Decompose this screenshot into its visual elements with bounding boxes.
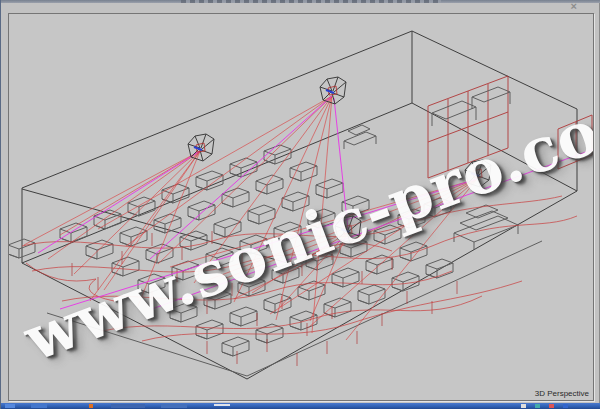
audience-seating: [9, 145, 453, 356]
listener-markers: [72, 231, 457, 366]
taskbar-button-fragment: [111, 404, 145, 408]
speaker-cluster-1: [188, 134, 214, 161]
taskbar-tray-icon: [521, 404, 526, 408]
taskbar-notch: [214, 404, 230, 406]
floor-platform-edges: [47, 241, 542, 376]
view-mode-label: 3D Perspective: [535, 389, 589, 398]
red-railing-grid: [428, 76, 592, 178]
close-icon[interactable]: ×: [571, 1, 577, 12]
taskbar-tray-icon: [535, 404, 540, 408]
taskbar-button-fragment: [31, 404, 47, 408]
magenta-rays: [38, 96, 593, 309]
speaker-cluster-3: [465, 160, 491, 187]
taskbar-orange-icon: [89, 404, 93, 408]
taskbar-tray-icon: [549, 404, 554, 408]
taskbar-start-fragment: [5, 404, 15, 408]
ray-traces: [22, 96, 577, 341]
titlebar-sliver: [1, 0, 600, 3]
taskbar-tray-icon: [563, 404, 568, 408]
taskbar[interactable]: [1, 403, 600, 409]
application-window: ×: [0, 0, 600, 409]
wireframe-scene: [9, 14, 593, 400]
window-title-remnant: [181, 0, 441, 3]
taskbar-button-fragment: [161, 404, 187, 408]
speaker-cluster-2: [320, 77, 346, 104]
3d-viewport-canvas[interactable]: www.sonic-pro.com 3D Perspective: [8, 13, 594, 401]
speaker-cluster-4: [335, 216, 361, 243]
stair-steps: [344, 87, 518, 250]
